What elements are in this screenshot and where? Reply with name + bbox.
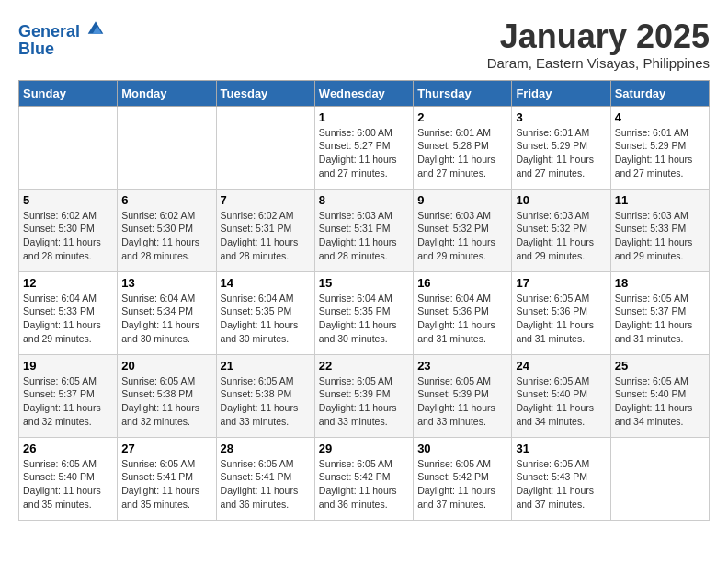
day-info: Sunrise: 6:00 AMSunset: 5:27 PMDaylight:…	[319, 126, 409, 180]
calendar-cell	[216, 106, 314, 189]
day-number: 20	[121, 359, 211, 373]
day-number: 4	[615, 110, 705, 124]
day-info: Sunrise: 6:05 AMSunset: 5:40 PMDaylight:…	[615, 374, 705, 429]
calendar-cell: 13Sunrise: 6:04 AMSunset: 5:34 PMDayligh…	[118, 271, 216, 354]
day-info: Sunrise: 6:03 AMSunset: 5:32 PMDaylight:…	[516, 209, 606, 263]
day-info: Sunrise: 6:05 AMSunset: 5:40 PMDaylight:…	[516, 374, 606, 429]
day-info: Sunrise: 6:05 AMSunset: 5:41 PMDaylight:…	[221, 457, 311, 511]
calendar-cell: 31Sunrise: 6:05 AMSunset: 5:43 PMDayligh…	[512, 437, 610, 520]
day-info: Sunrise: 6:05 AMSunset: 5:36 PMDaylight:…	[516, 292, 606, 346]
day-info: Sunrise: 6:05 AMSunset: 5:41 PMDaylight:…	[121, 457, 211, 511]
weekday-header-monday: Monday	[118, 80, 216, 106]
calendar-cell: 20Sunrise: 6:05 AMSunset: 5:38 PMDayligh…	[118, 354, 216, 437]
day-number: 11	[615, 193, 705, 207]
calendar-cell: 1Sunrise: 6:00 AMSunset: 5:27 PMDaylight…	[314, 106, 413, 189]
calendar-cell: 3Sunrise: 6:01 AMSunset: 5:29 PMDaylight…	[512, 106, 610, 189]
day-number: 31	[516, 442, 606, 455]
day-number: 10	[516, 193, 606, 207]
calendar-cell: 23Sunrise: 6:05 AMSunset: 5:39 PMDayligh…	[414, 354, 512, 437]
day-number: 9	[417, 193, 507, 207]
week-row-4: 19Sunrise: 6:05 AMSunset: 5:37 PMDayligh…	[19, 354, 710, 437]
day-info: Sunrise: 6:05 AMSunset: 5:42 PMDaylight:…	[417, 457, 507, 511]
day-info: Sunrise: 6:05 AMSunset: 5:37 PMDaylight:…	[23, 374, 113, 429]
logo: General Blue	[18, 18, 105, 59]
calendar-cell: 16Sunrise: 6:04 AMSunset: 5:36 PMDayligh…	[414, 271, 512, 354]
calendar-cell: 9Sunrise: 6:03 AMSunset: 5:32 PMDaylight…	[414, 189, 512, 271]
day-info: Sunrise: 6:05 AMSunset: 5:38 PMDaylight:…	[121, 374, 211, 429]
location: Daram, Eastern Visayas, Philippines	[487, 55, 710, 71]
day-number: 28	[221, 442, 311, 455]
calendar-cell: 30Sunrise: 6:05 AMSunset: 5:42 PMDayligh…	[414, 437, 512, 520]
calendar-cell: 6Sunrise: 6:02 AMSunset: 5:30 PMDaylight…	[118, 189, 216, 271]
weekday-header-wednesday: Wednesday	[314, 80, 413, 106]
weekday-header-sunday: Sunday	[19, 80, 118, 106]
day-number: 17	[516, 276, 606, 290]
page-header: General Blue January 2025 Daram, Eastern…	[18, 18, 710, 71]
day-number: 22	[319, 359, 409, 373]
day-number: 16	[417, 276, 507, 290]
day-info: Sunrise: 6:05 AMSunset: 5:37 PMDaylight:…	[615, 292, 705, 346]
day-number: 24	[516, 359, 606, 373]
day-number: 5	[23, 193, 113, 207]
logo-icon	[86, 18, 105, 37]
day-number: 27	[121, 442, 211, 455]
day-info: Sunrise: 6:04 AMSunset: 5:35 PMDaylight:…	[221, 292, 311, 346]
calendar-cell: 27Sunrise: 6:05 AMSunset: 5:41 PMDayligh…	[118, 437, 216, 520]
day-number: 8	[319, 193, 409, 207]
calendar-cell: 4Sunrise: 6:01 AMSunset: 5:29 PMDaylight…	[610, 106, 709, 189]
title-section: January 2025 Daram, Eastern Visayas, Phi…	[487, 18, 710, 71]
day-number: 1	[319, 110, 409, 124]
day-info: Sunrise: 6:05 AMSunset: 5:39 PMDaylight:…	[417, 374, 507, 429]
day-number: 13	[121, 276, 211, 290]
day-number: 6	[121, 193, 211, 207]
day-info: Sunrise: 6:01 AMSunset: 5:29 PMDaylight:…	[615, 126, 705, 180]
calendar-cell: 2Sunrise: 6:01 AMSunset: 5:28 PMDaylight…	[414, 106, 512, 189]
day-info: Sunrise: 6:05 AMSunset: 5:40 PMDaylight:…	[23, 457, 113, 511]
day-info: Sunrise: 6:04 AMSunset: 5:33 PMDaylight:…	[23, 292, 113, 346]
calendar-cell: 18Sunrise: 6:05 AMSunset: 5:37 PMDayligh…	[610, 271, 709, 354]
day-info: Sunrise: 6:05 AMSunset: 5:42 PMDaylight:…	[319, 457, 409, 511]
logo-general: General	[18, 22, 80, 40]
calendar-cell: 5Sunrise: 6:02 AMSunset: 5:30 PMDaylight…	[19, 189, 118, 271]
day-info: Sunrise: 6:01 AMSunset: 5:28 PMDaylight:…	[417, 126, 507, 180]
day-number: 26	[23, 442, 113, 455]
day-number: 30	[417, 442, 507, 455]
day-info: Sunrise: 6:05 AMSunset: 5:43 PMDaylight:…	[516, 457, 606, 511]
calendar-table: SundayMondayTuesdayWednesdayThursdayFrid…	[18, 80, 710, 521]
weekday-header-thursday: Thursday	[414, 80, 512, 106]
day-number: 2	[417, 110, 507, 124]
calendar-cell: 11Sunrise: 6:03 AMSunset: 5:33 PMDayligh…	[610, 189, 709, 271]
day-number: 18	[615, 276, 705, 290]
week-row-2: 5Sunrise: 6:02 AMSunset: 5:30 PMDaylight…	[19, 189, 710, 271]
day-info: Sunrise: 6:05 AMSunset: 5:38 PMDaylight:…	[221, 374, 311, 429]
calendar-cell: 15Sunrise: 6:04 AMSunset: 5:35 PMDayligh…	[314, 271, 413, 354]
calendar-cell: 28Sunrise: 6:05 AMSunset: 5:41 PMDayligh…	[216, 437, 314, 520]
day-info: Sunrise: 6:02 AMSunset: 5:30 PMDaylight:…	[23, 209, 113, 263]
weekday-header-row: SundayMondayTuesdayWednesdayThursdayFrid…	[19, 80, 710, 106]
day-info: Sunrise: 6:04 AMSunset: 5:34 PMDaylight:…	[121, 292, 211, 346]
logo-blue: Blue	[18, 40, 105, 59]
weekday-header-friday: Friday	[512, 80, 610, 106]
weekday-header-tuesday: Tuesday	[216, 80, 314, 106]
day-number: 21	[221, 359, 311, 373]
day-number: 23	[417, 359, 507, 373]
calendar-cell	[19, 106, 118, 189]
calendar-cell: 14Sunrise: 6:04 AMSunset: 5:35 PMDayligh…	[216, 271, 314, 354]
calendar-cell: 10Sunrise: 6:03 AMSunset: 5:32 PMDayligh…	[512, 189, 610, 271]
week-row-3: 12Sunrise: 6:04 AMSunset: 5:33 PMDayligh…	[19, 271, 710, 354]
day-number: 7	[221, 193, 311, 207]
calendar-cell: 26Sunrise: 6:05 AMSunset: 5:40 PMDayligh…	[19, 437, 118, 520]
day-info: Sunrise: 6:04 AMSunset: 5:36 PMDaylight:…	[417, 292, 507, 346]
calendar-cell	[610, 437, 709, 520]
day-number: 3	[516, 110, 606, 124]
day-info: Sunrise: 6:01 AMSunset: 5:29 PMDaylight:…	[516, 126, 606, 180]
day-info: Sunrise: 6:04 AMSunset: 5:35 PMDaylight:…	[319, 292, 409, 346]
day-number: 25	[615, 359, 705, 373]
calendar-cell: 25Sunrise: 6:05 AMSunset: 5:40 PMDayligh…	[610, 354, 709, 437]
week-row-5: 26Sunrise: 6:05 AMSunset: 5:40 PMDayligh…	[19, 437, 710, 520]
day-number: 12	[23, 276, 113, 290]
day-info: Sunrise: 6:02 AMSunset: 5:31 PMDaylight:…	[221, 209, 311, 263]
day-number: 19	[23, 359, 113, 373]
day-number: 14	[221, 276, 311, 290]
weekday-header-saturday: Saturday	[610, 80, 709, 106]
